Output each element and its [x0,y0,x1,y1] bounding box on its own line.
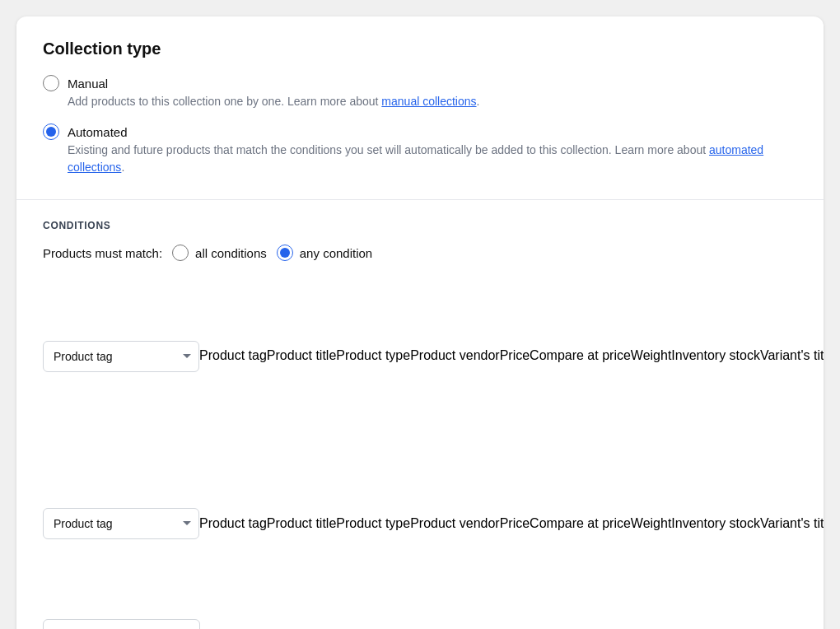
tag-select-wrapper-1: Product tagProduct titleProduct typeProd… [43,341,824,372]
manual-collections-link[interactable]: manual collections [381,95,476,108]
add-condition-button[interactable]: Add another condition [43,619,200,629]
section-top: Collection type Manual Add products to t… [16,16,824,199]
products-must-match-label: Products must match: [43,246,162,260]
manual-option: Manual Add products to this collection o… [43,75,797,110]
condition-row-1: Product tagProduct titleProduct typeProd… [43,277,797,436]
collection-type-card: Collection type Manual Add products to t… [16,16,824,629]
all-conditions-label: all conditions [195,246,267,260]
automated-option: Automated Existing and future products t… [43,123,797,176]
any-condition-radio[interactable] [277,245,293,261]
any-condition-option[interactable]: any condition [277,245,372,261]
automated-radio-label[interactable]: Automated [43,123,797,140]
match-row: Products must match: all conditions any … [43,245,797,261]
all-conditions-option[interactable]: all conditions [172,245,267,261]
tag-select-1[interactable]: Product tagProduct titleProduct typeProd… [43,341,199,372]
automated-label: Automated [68,125,128,139]
automated-description: Existing and future products that match … [68,142,797,176]
section-title: Collection type [43,40,797,58]
conditions-label: CONDITIONS [43,220,797,231]
manual-label: Manual [68,77,108,91]
tag-select-wrapper-2: Product tagProduct titleProduct typeProd… [43,508,824,539]
tag-select-2[interactable]: Product tagProduct titleProduct typeProd… [43,508,199,539]
radio-group: Manual Add products to this collection o… [43,75,797,176]
manual-description: Add products to this collection one by o… [68,93,797,110]
condition-row-2: Product tagProduct titleProduct typeProd… [43,445,797,603]
manual-radio[interactable] [43,75,59,91]
manual-radio-label[interactable]: Manual [43,75,797,91]
any-condition-label: any condition [300,246,372,260]
all-conditions-radio[interactable] [172,245,189,261]
automated-radio[interactable] [43,123,59,140]
conditions-section: CONDITIONS Products must match: all cond… [16,200,824,629]
